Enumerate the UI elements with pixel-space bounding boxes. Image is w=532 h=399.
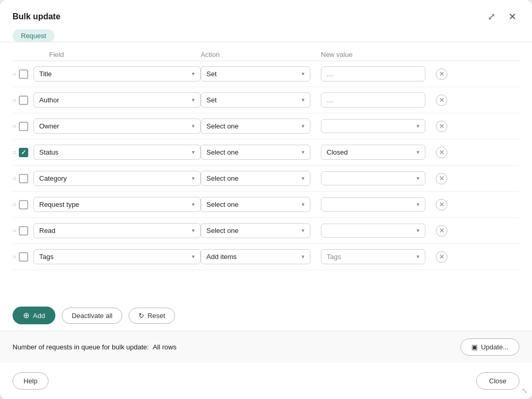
value-cell-title bbox=[321, 66, 436, 81]
action-dropdown-author[interactable]: Set ▾ bbox=[201, 92, 310, 108]
field-label-author: Author bbox=[39, 96, 59, 104]
close-button[interactable]: Close bbox=[476, 372, 519, 390]
drag-handle: = bbox=[13, 69, 33, 79]
row-checkbox-tags[interactable] bbox=[19, 252, 28, 262]
remove-icon-title: ✕ bbox=[436, 68, 447, 80]
field-dropdown-owner[interactable]: Owner ▾ bbox=[33, 119, 201, 134]
drag-handle: = bbox=[13, 174, 33, 183]
help-button[interactable]: Help bbox=[13, 372, 49, 390]
value-dropdown-category[interactable]: ▾ bbox=[321, 171, 425, 185]
update-button[interactable]: ▣ Update... bbox=[460, 338, 519, 356]
chevron-down-icon: ▾ bbox=[192, 253, 195, 260]
field-dropdown-request-type[interactable]: Request type ▾ bbox=[33, 197, 201, 212]
remove-cell-tags: ✕ bbox=[436, 251, 457, 263]
value-cell-category: ▾ bbox=[321, 171, 436, 185]
plus-icon: ⊕ bbox=[23, 311, 30, 320]
remove-button-read[interactable]: ✕ bbox=[436, 225, 447, 237]
remove-cell-owner: ✕ bbox=[436, 121, 457, 132]
field-dropdown-category[interactable]: Category ▾ bbox=[33, 171, 201, 186]
action-cell-request-type: Select one ▾ bbox=[201, 197, 321, 212]
deactivate-all-button[interactable]: Deactivate all bbox=[62, 308, 122, 324]
remove-button-owner[interactable]: ✕ bbox=[436, 121, 447, 132]
action-dropdown-status[interactable]: Select one ▾ bbox=[201, 145, 310, 160]
deactivate-all-label: Deactivate all bbox=[72, 312, 112, 320]
row-checkbox-request-type[interactable] bbox=[19, 200, 28, 209]
value-cell-read: ▾ bbox=[321, 224, 436, 238]
field-dropdown-tags[interactable]: Tags ▾ bbox=[33, 249, 201, 264]
action-cell-title: Set ▾ bbox=[201, 66, 321, 81]
equals-icon: = bbox=[13, 122, 17, 130]
remove-button-title[interactable]: ✕ bbox=[436, 68, 447, 80]
tab-request[interactable]: Request bbox=[13, 29, 54, 42]
action-cell-read: Select one ▾ bbox=[201, 223, 321, 238]
field-dropdown-status[interactable]: Status ▾ bbox=[33, 145, 201, 160]
row-checkbox-title[interactable] bbox=[19, 69, 28, 79]
drag-handle: = bbox=[13, 226, 33, 236]
value-input-author[interactable] bbox=[321, 92, 425, 108]
action-dropdown-tags[interactable]: Add items ▾ bbox=[201, 249, 310, 264]
action-dropdown-category[interactable]: Select one ▾ bbox=[201, 171, 310, 186]
remove-icon-category: ✕ bbox=[436, 173, 447, 184]
action-label-author: Set bbox=[206, 96, 217, 104]
remove-button-author[interactable]: ✕ bbox=[436, 95, 447, 106]
remove-icon-request-type: ✕ bbox=[436, 199, 447, 210]
remove-button-status[interactable]: ✕ bbox=[436, 147, 447, 158]
footer: Help Close bbox=[0, 363, 532, 399]
action-label-request-type: Select one bbox=[206, 201, 238, 208]
chevron-down-icon: ▾ bbox=[192, 175, 195, 182]
expand-button[interactable]: ⤢ bbox=[484, 9, 499, 24]
expand-icon: ⤢ bbox=[488, 11, 495, 22]
table-header: Field Action New value bbox=[13, 46, 519, 61]
action-dropdown-request-type[interactable]: Select one ▾ bbox=[201, 197, 310, 212]
row-checkbox-category[interactable] bbox=[19, 174, 28, 183]
field-label-tags: Tags bbox=[39, 253, 53, 261]
field-cell-read: Read ▾ bbox=[33, 223, 201, 238]
field-cell-title: Title ▾ bbox=[33, 66, 201, 81]
value-dropdown-tags[interactable]: Tags ▾ bbox=[321, 249, 425, 264]
row-checkbox-status[interactable] bbox=[19, 148, 28, 157]
action-dropdown-read[interactable]: Select one ▾ bbox=[201, 223, 310, 238]
field-cell-owner: Owner ▾ bbox=[33, 119, 201, 134]
action-dropdown-owner[interactable]: Select one ▾ bbox=[201, 119, 310, 134]
action-dropdown-title[interactable]: Set ▾ bbox=[201, 66, 310, 81]
row-checkbox-author[interactable] bbox=[19, 96, 28, 105]
field-dropdown-read[interactable]: Read ▾ bbox=[33, 223, 201, 238]
value-dropdown-request-type[interactable]: ▾ bbox=[321, 197, 425, 212]
table-row: = Status ▾ Select one ▾ Closed ▾ bbox=[13, 139, 519, 166]
chevron-down-icon: ▾ bbox=[417, 253, 420, 260]
modal-title: Bulk update bbox=[13, 12, 61, 21]
value-label-status: Closed bbox=[327, 148, 348, 156]
action-label-title: Set bbox=[206, 70, 217, 78]
reset-button[interactable]: ↻ Reset bbox=[129, 308, 175, 324]
row-checkbox-owner[interactable] bbox=[19, 122, 28, 131]
field-label-status: Status bbox=[39, 148, 59, 156]
table-row: = Title ▾ Set ▾ ✕ bbox=[13, 61, 519, 87]
equals-icon: = bbox=[13, 227, 17, 234]
add-button[interactable]: ⊕ Add bbox=[13, 307, 55, 324]
row-checkbox-read[interactable] bbox=[19, 226, 28, 236]
chevron-down-icon: ▾ bbox=[302, 175, 305, 182]
value-dropdown-status[interactable]: Closed ▾ bbox=[321, 145, 425, 160]
chevron-down-icon: ▾ bbox=[302, 71, 305, 77]
chevron-down-icon: ▾ bbox=[302, 149, 305, 156]
remove-button-request-type[interactable]: ✕ bbox=[436, 199, 447, 210]
remove-button-category[interactable]: ✕ bbox=[436, 173, 447, 184]
chevron-down-icon: ▾ bbox=[417, 123, 420, 130]
remove-button-tags[interactable]: ✕ bbox=[436, 251, 447, 263]
table-row: = Tags ▾ Add items ▾ Tags ▾ bbox=[13, 244, 519, 270]
action-cell-status: Select one ▾ bbox=[201, 145, 321, 160]
field-dropdown-author[interactable]: Author ▾ bbox=[33, 92, 201, 108]
close-icon-button[interactable]: ✕ bbox=[505, 9, 519, 24]
chevron-down-icon: ▾ bbox=[192, 227, 195, 234]
action-cell-category: Select one ▾ bbox=[201, 171, 321, 186]
action-cell-owner: Select one ▾ bbox=[201, 119, 321, 134]
value-dropdown-read[interactable]: ▾ bbox=[321, 224, 425, 238]
header-remove bbox=[436, 51, 457, 58]
value-input-title[interactable] bbox=[321, 66, 425, 81]
table-row: = Read ▾ Select one ▾ ▾ bbox=[13, 218, 519, 244]
value-dropdown-owner[interactable]: ▾ bbox=[321, 119, 425, 133]
resize-handle[interactable]: ⤡ bbox=[522, 386, 528, 395]
equals-icon: = bbox=[13, 148, 17, 156]
field-dropdown-title[interactable]: Title ▾ bbox=[33, 66, 201, 81]
chevron-down-icon: ▾ bbox=[302, 97, 305, 103]
